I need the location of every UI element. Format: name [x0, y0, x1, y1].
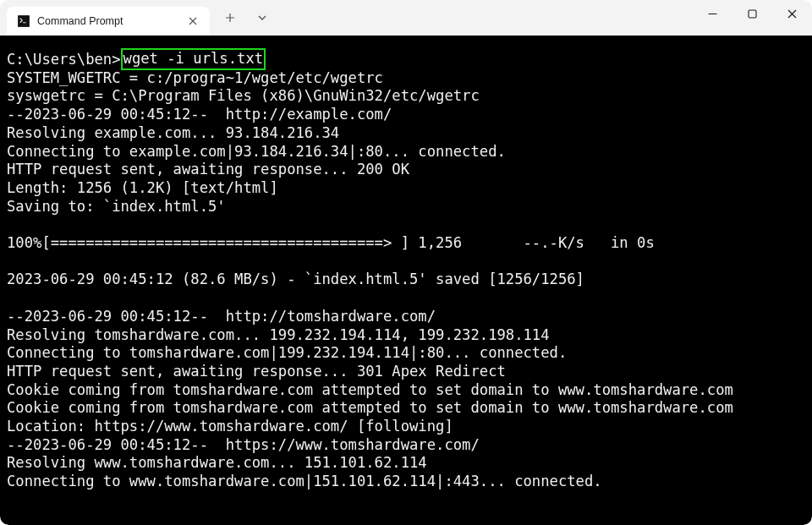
- terminal-lines: SYSTEM_WGETRC = c:/progra~1/wget/etc/wge…: [7, 69, 809, 491]
- tab-dropdown-button[interactable]: [249, 5, 276, 30]
- new-tab-button[interactable]: [217, 5, 244, 30]
- tab-title: Command Prompt: [37, 15, 178, 27]
- terminal-output[interactable]: C:\Users\ben>wget -i urls.txtSYSTEM_WGET…: [0, 36, 812, 525]
- tab-strip: Command Prompt: [0, 0, 276, 36]
- cmd-icon: [17, 14, 30, 28]
- tab-command-prompt[interactable]: Command Prompt: [7, 7, 210, 36]
- svg-rect-1: [19, 16, 29, 26]
- prompt: C:\Users\ben>: [7, 51, 121, 69]
- close-button[interactable]: [772, 0, 812, 27]
- typed-command-highlight: wget -i urls.txt: [121, 48, 266, 70]
- tab-actions: [210, 0, 276, 36]
- minimize-button[interactable]: [693, 0, 732, 27]
- svg-rect-4: [749, 10, 756, 18]
- maximize-button[interactable]: [732, 0, 772, 27]
- title-bar: Command Prompt: [0, 0, 812, 36]
- tab-close-button[interactable]: [184, 13, 201, 30]
- window-controls: [693, 0, 812, 36]
